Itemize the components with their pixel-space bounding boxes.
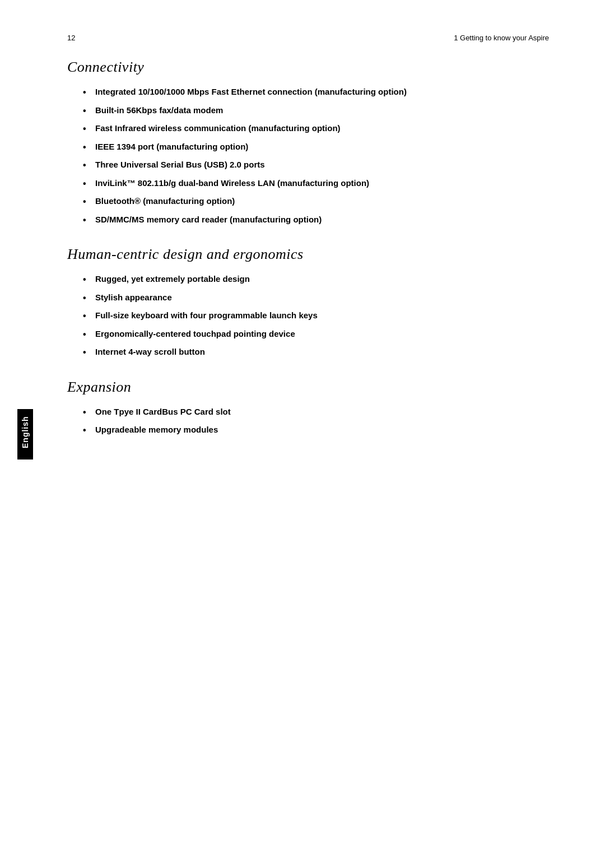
list-item: Fast Infrared wireless communication (ma… [78, 122, 549, 135]
list-item: IEEE 1394 port (manufacturing option) [78, 141, 549, 154]
page-header-title: 1 Getting to know your Aspire [454, 34, 549, 42]
page-header: 12 1 Getting to know your Aspire [67, 34, 549, 42]
section-title-human-centric: Human-centric design and ergonomics [67, 246, 549, 263]
section-connectivity: ConnectivityIntegrated 10/100/1000 Mbps … [67, 59, 549, 226]
list-item: Upgradeable memory modules [78, 424, 549, 437]
side-tab: English [17, 409, 33, 459]
list-item: Integrated 10/100/1000 Mbps Fast Etherne… [78, 86, 549, 99]
section-title-connectivity: Connectivity [67, 59, 549, 76]
section-human-centric: Human-centric design and ergonomicsRugge… [67, 246, 549, 359]
list-item: Built-in 56Kbps fax/data modem [78, 104, 549, 117]
sections-container: ConnectivityIntegrated 10/100/1000 Mbps … [67, 59, 549, 437]
list-item: Ergonomically-centered touchpad pointing… [78, 328, 549, 341]
section-title-expansion: Expansion [67, 379, 549, 396]
page-number: 12 [67, 34, 75, 42]
list-item: Rugged, yet extremely portable design [78, 273, 549, 286]
list-item: Full-size keyboard with four programmabl… [78, 309, 549, 322]
bullet-list-expansion: One Tpye II CardBus PC Card slotUpgradea… [67, 406, 549, 437]
list-item: SD/MMC/MS memory card reader (manufactur… [78, 213, 549, 226]
list-item: One Tpye II CardBus PC Card slot [78, 406, 549, 419]
list-item: Internet 4-way scroll button [78, 346, 549, 359]
bullet-list-human-centric: Rugged, yet extremely portable designSty… [67, 273, 549, 359]
bullet-list-connectivity: Integrated 10/100/1000 Mbps Fast Etherne… [67, 86, 549, 226]
list-item: InviLink™ 802.11b/g dual-band Wireless L… [78, 177, 549, 190]
list-item: Three Universal Serial Bus (USB) 2.0 por… [78, 159, 549, 171]
list-item: Bluetooth® (manufacturing option) [78, 195, 549, 208]
list-item: Stylish appearance [78, 291, 549, 304]
page-container: English 12 1 Getting to know your Aspire… [0, 0, 605, 868]
section-expansion: ExpansionOne Tpye II CardBus PC Card slo… [67, 379, 549, 437]
